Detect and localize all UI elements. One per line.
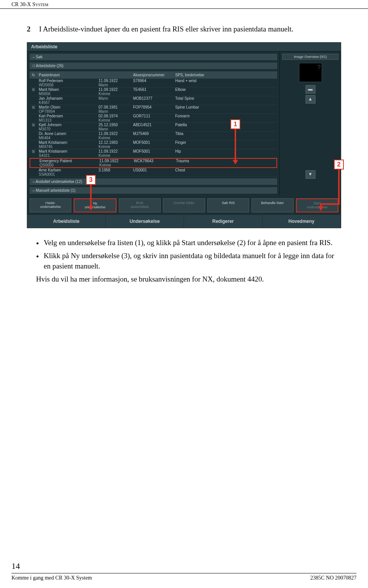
table-row[interactable]: Marit KristiansenM8974512.12.1983KvinneM… <box>30 140 277 149</box>
header-title: CR 30-X System <box>12 2 48 7</box>
col-header-sps[interactable]: SPS, beskrivelse <box>175 73 277 77</box>
table-row[interactable]: Arne KarlsenSSA00013.1958US0001Chest <box>30 168 277 177</box>
collapsible-worklist[interactable]: □ Arbeidsliste (26) <box>30 63 277 69</box>
action-button: Startundersøkelse <box>296 198 338 213</box>
expand-icon[interactable]: ⊞ <box>31 105 35 109</box>
table-row[interactable]: ⊞Marit KristiansenS432111.09.1922KvinneM… <box>30 149 277 158</box>
arrow-2-head <box>318 206 324 211</box>
step-number: 2 <box>27 24 34 35</box>
step-block: 2 I Arbeidsliste-vinduet åpner du en pas… <box>27 24 341 35</box>
footer-left: Komme i gang med CR 30-X System <box>12 575 92 581</box>
tab[interactable]: Undersøkelse <box>106 215 184 228</box>
arrow-3-head <box>88 206 94 211</box>
table-row[interactable]: ⊞Martin OlsenOP7895407.08.1981MannFOP789… <box>30 105 277 114</box>
refresh-icon[interactable]: ↻ <box>30 73 37 77</box>
sort-toggle-icon[interactable]: ▬ <box>306 85 315 94</box>
table-row[interactable]: Jan JohansenK4567MannMOB12377Total Spine <box>30 96 277 105</box>
expand-icon[interactable]: ⊞ <box>31 123 35 127</box>
bullet-list: Velg en undersøkelse fra listen (1), og … <box>27 237 341 272</box>
arrow-1-head <box>233 160 238 165</box>
expand-icon[interactable]: ⊞ <box>31 149 35 153</box>
image-overview-button[interactable]: Image Overview (0/1) <box>282 54 338 60</box>
arrow-2c <box>320 203 322 206</box>
window-title: Arbeidsliste <box>27 43 341 51</box>
running-header: CR 30-X System <box>0 0 368 9</box>
collapsible-sok[interactable]: – Søk <box>30 54 277 60</box>
footer-right: 2385C NO 20070827 <box>310 575 356 581</box>
tab[interactable]: Arbeidsliste <box>27 215 106 228</box>
expand-icon[interactable]: ⊞ <box>31 87 35 92</box>
scroll-up-icon[interactable]: ▲ <box>306 95 315 104</box>
bullet-1: Velg en undersøkelse fra listen (1), og … <box>36 237 341 248</box>
table-row[interactable]: ⊞Marit NilsenM565611.09.1922KvinneTE4561… <box>30 87 277 96</box>
thumbnail[interactable]: ? <box>299 63 322 82</box>
callout-1: 1 <box>230 119 240 129</box>
arrow-3 <box>90 185 92 206</box>
action-button[interactable]: Behandle lister <box>251 198 293 213</box>
col-header-name[interactable]: Pasientnavn <box>37 73 99 77</box>
screenshot-arbeidsliste: Arbeidsliste – Søk □ Arbeidsliste (26) ↻… <box>27 42 341 229</box>
table-row[interactable]: Emergency PatientQS000011.09.1922KvinneW… <box>30 158 277 168</box>
tab[interactable]: Hovedmeny <box>263 215 341 228</box>
bullet-2: Klikk på Ny undersøkelse (3), og skriv i… <box>36 250 341 272</box>
arrow-2b <box>320 203 340 205</box>
callout-3: 3 <box>86 175 96 185</box>
action-button: Brukpasientdata <box>119 198 161 213</box>
table-header: ↻ Pasientnavn Aksesjonsnummer SPS, beskr… <box>30 71 277 79</box>
action-button[interactable]: Haste-undersøkelse <box>30 198 71 213</box>
col-header-acc[interactable]: Aksesjonsnummer <box>133 73 175 77</box>
scroll-down-icon[interactable]: ▼ <box>306 170 315 179</box>
action-button[interactable]: Nyundersøkelse <box>74 198 116 213</box>
tab-row: ArbeidslisteUndersøkelseRedigererHovedme… <box>27 215 341 228</box>
button-row: Haste-undersøkelseNyundersøkelseBrukpasi… <box>27 196 341 215</box>
collapsible-closed2[interactable]: – Manuell arbeidsliste (1) <box>30 187 277 194</box>
arrow-1 <box>235 129 236 160</box>
thumb-question-icon: ? <box>300 64 321 71</box>
page-number: 14 <box>12 561 20 571</box>
table-row[interactable]: Rolf PedersenWD565611.09.1922MannS78964H… <box>30 79 277 87</box>
closing-text: Hvis du vil ha mer informasjon, se bruks… <box>27 274 341 285</box>
tab[interactable]: Redigerer <box>184 215 263 228</box>
callout-2: 2 <box>334 160 344 170</box>
action-button: Overfør bilder <box>163 198 205 213</box>
action-button[interactable]: Søk RIS <box>207 198 249 213</box>
table-row[interactable]: Dr. Anne LarsenM646411.09.1922KvinneMJ75… <box>30 132 277 140</box>
arrow-2a <box>338 170 340 203</box>
footer: Komme i gang med CR 30-X System 2385C NO… <box>12 573 356 581</box>
collapsible-closed1[interactable]: – Avsluttet undersøkelse (12) <box>30 178 277 185</box>
step-text: I Arbeidsliste-vinduet åpner du en pasie… <box>39 24 293 35</box>
